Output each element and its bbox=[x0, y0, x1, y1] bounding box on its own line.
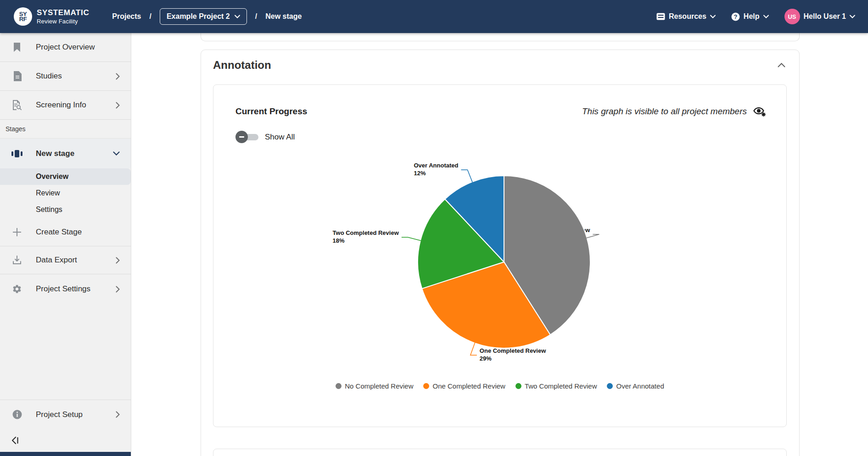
chevron-down-icon bbox=[710, 15, 716, 18]
sidebar-item-label: Project Setup bbox=[36, 410, 116, 419]
sidebar-item-label: Project Settings bbox=[36, 284, 116, 294]
breadcrumb-stage: New stage bbox=[265, 12, 302, 21]
sidebar-item-label: Data Export bbox=[36, 256, 116, 265]
svg-text:?: ? bbox=[734, 13, 737, 20]
avatar-initials: US bbox=[788, 13, 796, 20]
help-label: Help bbox=[744, 12, 760, 21]
info-icon bbox=[11, 410, 23, 419]
sidebar-item-create-stage[interactable]: Create Stage bbox=[0, 218, 131, 246]
chart-legend: No Completed ReviewOne Completed ReviewT… bbox=[213, 382, 786, 390]
breadcrumb-separator: / bbox=[255, 12, 257, 21]
gear-icon bbox=[11, 284, 23, 294]
sidebar-spacer bbox=[0, 304, 131, 400]
resources-menu[interactable]: Resources bbox=[656, 12, 716, 21]
pie-chart: No Completed Review41%One Completed Revi… bbox=[213, 139, 786, 378]
top-navbar: SY RF SYSTEMATIC Review Facility Project… bbox=[0, 0, 868, 33]
legend-label: Two Completed Review bbox=[525, 382, 597, 390]
help-menu[interactable]: ? Help bbox=[731, 12, 769, 21]
collapse-left-icon bbox=[11, 436, 19, 445]
visibility-note: This graph is visible to all project mem… bbox=[582, 106, 747, 117]
stage-icon bbox=[11, 149, 23, 158]
chevron-down-icon bbox=[235, 15, 240, 18]
next-panel-partial bbox=[213, 449, 787, 456]
sidebar-subitem-settings[interactable]: Settings bbox=[0, 201, 131, 218]
document-search-icon bbox=[11, 100, 23, 110]
sidebar-item-label: Project Overview bbox=[36, 43, 120, 52]
pie-leader-line bbox=[402, 237, 421, 240]
annotation-card-header: Annotation bbox=[201, 50, 799, 80]
brand-logo[interactable]: SY RF SYSTEMATIC Review Facility bbox=[14, 7, 89, 26]
legend-label: No Completed Review bbox=[345, 382, 413, 390]
user-greeting: Hello User 1 bbox=[804, 12, 846, 21]
app-window: SY RF SYSTEMATIC Review Facility Project… bbox=[0, 0, 868, 456]
chevron-down-icon bbox=[763, 15, 769, 18]
resources-label: Resources bbox=[669, 12, 706, 21]
sidebar-subitem-overview[interactable]: Overview bbox=[0, 168, 131, 185]
breadcrumb-projects-link[interactable]: Projects bbox=[112, 12, 141, 21]
pie-leader-line bbox=[587, 234, 599, 238]
legend-dot bbox=[336, 383, 342, 389]
chevron-right-icon bbox=[116, 102, 120, 109]
sidebar-item-project-setup[interactable]: Project Setup bbox=[0, 400, 131, 429]
bookmark-icon bbox=[11, 42, 23, 52]
chevron-right-icon bbox=[116, 411, 120, 418]
sidebar-item-screening-info[interactable]: Screening Info bbox=[0, 91, 131, 120]
collapse-section-button[interactable] bbox=[778, 63, 785, 67]
sidebar-subitem-review[interactable]: Review bbox=[0, 185, 131, 201]
brand-line2: Review Facility bbox=[37, 18, 89, 25]
chevron-right-icon bbox=[116, 257, 120, 264]
sidebar-item-label: Studies bbox=[36, 72, 116, 81]
sidebar-item-project-overview[interactable]: Project Overview bbox=[0, 33, 131, 62]
legend-item-1[interactable]: One Completed Review bbox=[423, 382, 505, 390]
pie-leader-line bbox=[470, 343, 477, 355]
visibility-settings-button[interactable] bbox=[753, 106, 766, 117]
sidebar: Project Overview Studies Screening Info … bbox=[0, 33, 131, 456]
stages-section-label: Stages bbox=[0, 120, 131, 139]
breadcrumb-separator: / bbox=[149, 12, 151, 21]
chevron-right-icon bbox=[116, 73, 120, 80]
annotation-card: Annotation Current Progress This graph i… bbox=[201, 50, 800, 456]
sidebar-item-label: Screening Info bbox=[36, 100, 116, 110]
project-selector-button[interactable]: Example Project 2 bbox=[160, 8, 247, 25]
legend-item-0[interactable]: No Completed Review bbox=[336, 382, 413, 390]
section-title: Annotation bbox=[213, 59, 271, 72]
chevron-down-icon bbox=[850, 15, 855, 18]
legend-item-2[interactable]: Two Completed Review bbox=[515, 382, 597, 390]
panel-title: Current Progress bbox=[235, 106, 307, 117]
main-content: Annotation Current Progress This graph i… bbox=[131, 33, 868, 456]
sidebar-bottom-strip bbox=[0, 452, 131, 456]
plus-icon bbox=[11, 228, 23, 237]
help-icon: ? bbox=[731, 12, 740, 21]
sidebar-item-label: New stage bbox=[36, 149, 113, 158]
project-selector-label: Example Project 2 bbox=[167, 12, 230, 21]
download-icon bbox=[11, 256, 23, 265]
sidebar-collapse-button[interactable] bbox=[0, 429, 131, 452]
sidebar-item-new-stage[interactable]: New stage bbox=[0, 139, 131, 168]
logo-monogram-bottom: RF bbox=[19, 17, 27, 22]
resources-icon bbox=[656, 13, 665, 20]
brand-line1: SYSTEMATIC bbox=[37, 8, 89, 17]
sidebar-item-project-settings[interactable]: Project Settings bbox=[0, 274, 131, 304]
legend-dot bbox=[607, 383, 613, 389]
user-menu[interactable]: US Hello User 1 bbox=[784, 9, 855, 24]
current-progress-panel: Current Progress This graph is visible t… bbox=[213, 84, 787, 427]
brand-logo-icon: SY RF bbox=[14, 7, 32, 26]
chevron-down-icon bbox=[113, 151, 120, 156]
sidebar-item-data-export[interactable]: Data Export bbox=[0, 246, 131, 274]
avatar: US bbox=[784, 9, 800, 24]
legend-label: Over Annotated bbox=[616, 382, 664, 390]
pie-leader-line bbox=[461, 170, 472, 182]
chevron-right-icon bbox=[116, 286, 120, 293]
document-icon bbox=[11, 71, 23, 81]
legend-dot bbox=[515, 383, 521, 389]
legend-item-3[interactable]: Over Annotated bbox=[607, 382, 664, 390]
legend-dot bbox=[423, 383, 429, 389]
brand-text: SYSTEMATIC Review Facility bbox=[37, 8, 89, 25]
legend-label: One Completed Review bbox=[432, 382, 505, 390]
eye-gear-icon bbox=[753, 106, 766, 117]
sidebar-item-label: Create Stage bbox=[36, 228, 120, 237]
chevron-up-icon bbox=[778, 63, 785, 67]
sidebar-item-studies[interactable]: Studies bbox=[0, 62, 131, 91]
